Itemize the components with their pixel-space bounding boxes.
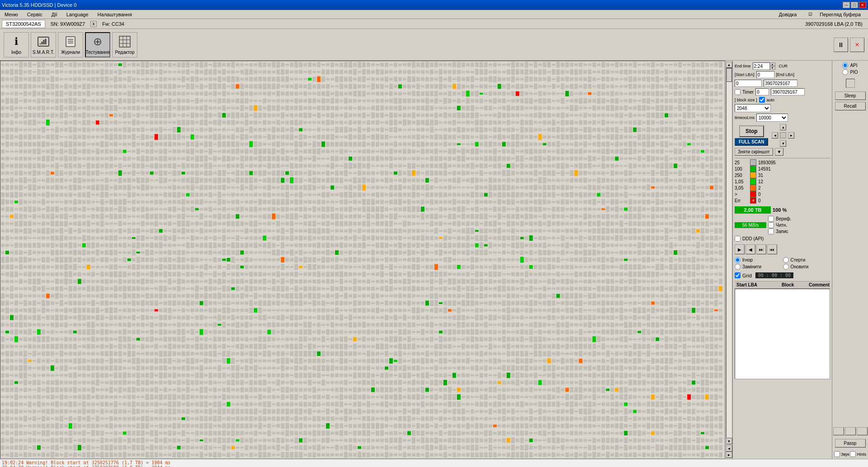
table-header: Start LBA Block Comment [735,281,830,289]
logs-button[interactable]: Журнали [58,32,83,57]
timer-end-input[interactable] [771,88,805,95]
end-time-up[interactable]: ▲ [770,62,775,66]
read-checkbox[interactable] [768,222,774,228]
start-lba-value-input[interactable] [735,80,762,87]
legend-25: 25 1893095 [735,159,830,166]
info-button[interactable]: ℹ Інфо [4,32,29,57]
legend-gt-color [750,191,756,197]
timeout-select[interactable]: 10000 5000 30000 [756,114,788,122]
legend-25-color [750,159,756,166]
device-lba-info: 3907029168 LBA (2,0 TB) [802,21,866,27]
passp-button[interactable]: Passp [835,439,866,448]
legend-250: 250 31 [735,172,830,178]
end-time-down[interactable]: ▼ [770,66,775,70]
menu-item-help[interactable]: Довідка [776,11,800,18]
grid-label: Grid [742,273,752,278]
legend-100: 100 14591 [735,166,830,172]
bottom-ctrl-1[interactable] [833,427,844,435]
block-size-row: [ block size ] auto [735,97,830,103]
full-scan-button[interactable]: FULL SCAN [735,138,768,146]
cur-label: CUR [779,64,788,68]
menu-item-buffer[interactable]: ☑ Перегляд буфера [803,10,866,19]
write-label: Запис [776,229,788,234]
play-button[interactable]: ▶ [735,244,745,254]
sound-hints-row: Звук Hints [834,451,866,457]
api-pio-section: API PIO [842,62,858,75]
table-body [735,289,830,379]
maximize-button[interactable]: □ [851,2,858,8]
smart-button[interactable]: S.M.A.R.T. [31,32,56,57]
api-radio[interactable] [842,62,848,68]
screenshot-button[interactable]: Зняти скріншот [735,148,773,156]
end-lba-value-input[interactable] [764,80,797,87]
menu-item-actions[interactable]: Дії [49,11,60,18]
start-lba-input[interactable] [756,71,774,78]
progress-tb-display: 2,00 TB [735,206,771,214]
skip-forward-button[interactable]: ⏭ [756,244,766,254]
legend-err-color: ✕ [750,197,756,204]
scroll-thumb[interactable] [726,68,732,82]
menu-item-settings[interactable]: Налаштування [95,11,135,18]
window-title: Victoria 5.35 HDD/SSD | Device 0 [2,2,76,8]
diamond-center[interactable] [780,132,786,138]
menu-item-menu[interactable]: Меню [2,11,21,18]
scroll-up-button[interactable]: ▲ [726,62,732,68]
legend-250-color [750,172,756,178]
ddd-checkbox[interactable] [735,236,741,242]
scroll-right-button[interactable]: ► [726,452,732,458]
end-time-spinbox[interactable]: ▲ ▼ [753,62,775,70]
device-tab[interactable]: ST32000542AS [2,20,45,28]
menu-bar: Меню Сервіс Дії Language Налаштування До… [0,10,868,19]
nav-down-button[interactable]: ▼ [780,140,786,147]
diamond-nav: ▲ ▼ ◄ ► [772,124,794,147]
pio-radio[interactable] [842,69,848,75]
refresh-radio[interactable] [783,264,789,270]
legend-105: 1,05 12 [735,178,830,185]
write-checkbox[interactable] [768,229,774,234]
replace-radio[interactable] [735,264,741,270]
scan-scrollbar[interactable]: ▲ ▼ ◄ ► [725,61,732,459]
test-button[interactable]: ⊕ Тестування [85,32,110,57]
nav-left-button[interactable]: ◄ [772,132,778,138]
menu-item-service[interactable]: Сервіс [24,11,45,18]
grid-checkbox[interactable] [735,272,741,278]
bottom-ctrl-2[interactable] [845,427,856,435]
hints-row: Hints [850,451,866,457]
recall-button[interactable]: Recall [835,102,866,110]
scroll-left-button[interactable]: ◄ [726,445,732,452]
scroll-down-button[interactable]: ▼ [726,438,732,444]
timer-checkbox[interactable] [735,89,741,95]
hints-checkbox[interactable] [850,451,856,457]
lba-values-row [735,80,830,87]
sound-checkbox[interactable] [834,451,840,457]
skip-back-button[interactable]: ⏮ [767,244,777,254]
legend-105-label: 1,05 [735,179,748,184]
block-size-select[interactable]: 2048 512 1024 4096 [735,104,771,112]
svg-rect-9 [119,36,130,47]
minimize-button[interactable]: ─ [843,2,850,8]
editor-button[interactable]: Редактор [112,32,137,57]
timer-input[interactable] [755,88,769,95]
bottom-ctrl-3[interactable] [857,427,868,435]
ignore-radio[interactable] [735,257,741,263]
sleep-button[interactable]: Sleep [835,91,866,100]
end-time-input[interactable] [753,62,770,70]
nav-right-button[interactable]: ► [788,132,794,138]
refresh-row: Оновити [783,264,830,270]
erase-radio[interactable] [783,257,789,263]
grid-timer-display: 00 : 00 : 00 [755,272,793,278]
stop-button[interactable]: Stop [739,125,764,137]
scan-area[interactable] [0,61,725,459]
auto-checkbox[interactable] [759,97,765,103]
close-button[interactable]: ✕ [859,2,866,8]
scroll-track [726,68,732,438]
device-close-button[interactable]: x [90,21,97,27]
verif-label: Вериф. [776,216,791,221]
screenshot-dropdown-icon[interactable]: ▼ [775,148,784,156]
menu-item-language[interactable]: Language [64,11,91,18]
pause-button[interactable]: ⏸ [834,38,848,52]
verif-checkbox[interactable] [768,216,774,222]
stop-toolbar-button[interactable]: ✕ [850,38,864,52]
nav-up-button[interactable]: ▲ [780,124,786,130]
rewind-button[interactable]: ◀ [745,244,755,254]
